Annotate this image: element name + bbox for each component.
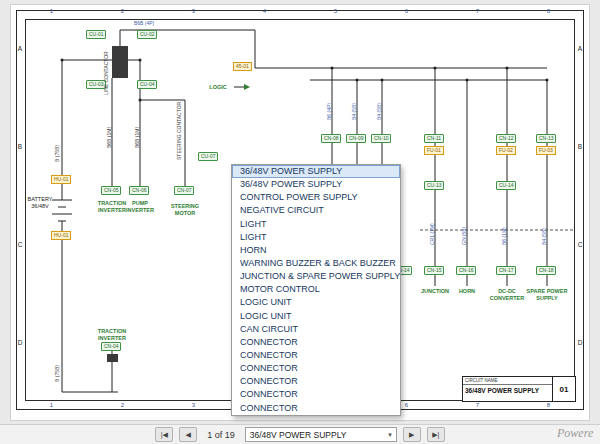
component-name: STEERING MOTOR [171,203,199,216]
component-name: HORN [459,288,475,295]
connector-label: CN-10 [371,134,391,143]
connector-label: CN-11 [424,134,444,143]
connector-label: CU-02 [137,30,157,39]
page-select-value: 36/48V POWER SUPPLY [250,430,347,440]
connector-label: CN-18 [536,266,556,275]
menu-item[interactable]: WARNING BUZZER & BACK BUZZER [232,257,400,270]
menu-item[interactable]: CONNECTOR [232,375,400,388]
grid-row-label: D [18,339,23,346]
connector-label: CN-17 [496,266,516,275]
page-dropdown-menu: 36/48V POWER SUPPLY36/48V POWER SUPPLYCO… [231,164,401,416]
wire-label: B (75B) [54,365,60,382]
grid-col-label: 1 [50,402,53,408]
last-page-button[interactable]: ▶| [427,427,445,442]
component-name: TRACTION INVERTER [98,200,126,213]
wire-label: B (75B) [54,145,60,162]
fuse-label: HU-01 [51,231,71,240]
component-name: SPARE POWER SUPPLY [527,288,568,301]
grid-row-label: A [578,45,582,52]
menu-item[interactable]: LOGIC UNIT [232,310,400,323]
component-name: JUNCTION [421,288,449,295]
grid-row-label: A [18,45,22,52]
component-name: TRACTION INVERTER [98,328,126,341]
menu-item[interactable]: CAN CIRCUIT [232,323,400,336]
menu-item[interactable]: CONNECTOR [232,388,400,401]
wire-label: B6 (4P) [326,103,332,120]
grid-col-label: 4 [263,8,266,14]
menu-item[interactable]: CONNECTOR [232,336,400,349]
grid-col-label: 5 [334,8,337,14]
grid-row-label: D [578,339,583,346]
menu-item[interactable]: CONNECTOR [232,402,400,415]
circuit-name: 36/48V POWER SUPPLY [463,385,552,396]
connector-label: CN-06 [129,186,149,195]
connector-label: CU-07 [198,152,218,161]
grid-row-label: B [18,143,22,150]
page-indicator: 1 of 19 [207,430,235,440]
menu-item[interactable]: CONNECTOR [232,349,400,362]
wire-label: STEERING CONTACTOR [176,102,182,160]
grid-col-label: 2 [121,402,124,408]
menu-item[interactable]: MOTOR CONTROL [232,283,400,296]
grid-col-label: 7 [476,8,479,14]
menu-item[interactable]: CONTROL POWER SUPPLY [232,191,400,204]
connector-label: CU-14 [496,181,516,190]
component-name: LOGIC [209,84,226,91]
component-name: BATTERY 36/48V [28,196,53,209]
connector-label: CN-16 [456,266,476,275]
connector-label: CN-13 [536,134,556,143]
connector-label: CU-04 [137,80,157,89]
chevron-down-icon: ▾ [388,431,392,439]
first-page-button[interactable]: |◀ [155,427,173,442]
connector-label: CN-07 [174,186,194,195]
wire-label: B6B (1M) [106,127,112,148]
grid-row-label: B [578,143,582,150]
prev-page-button[interactable]: ◀ [179,427,197,442]
menu-item[interactable]: LIGHT [232,231,400,244]
menu-item[interactable]: 36/48V POWER SUPPLY [232,165,400,178]
grid-col-label: 6 [405,8,408,14]
wire-label: B6 (1M) [501,227,507,245]
fuse-label: 45-01 [233,62,252,71]
menu-item[interactable]: NEGATIVE CIRCUIT [232,204,400,217]
connector-label: CU-13 [424,181,444,190]
pager-toolbar: |◀ ◀ 1 of 19 36/48V POWER SUPPLY ▾ ▶ ▶| [0,424,600,444]
wire-label: B4 (5B) [376,103,382,120]
grid-col-label: 1 [50,8,53,14]
grid-row-label: C [18,241,23,248]
circuit-name-label: CIRCUIT NAME [463,377,552,385]
wire-label: B4 (5B) [351,103,357,120]
grid-col-label: 8 [547,8,550,14]
fuse-label: FU-01 [424,146,444,155]
menu-item[interactable]: HORN [232,244,400,257]
next-page-button[interactable]: ▶ [403,427,421,442]
connector-label: CN-08 [321,134,341,143]
fuse-label: HU-01 [51,175,71,184]
connector-label: CN-04 [101,342,121,351]
grid-col-label: 2 [121,8,124,14]
connector-label: CN-09 [346,134,366,143]
title-block-main: CIRCUIT NAME 36/48V POWER SUPPLY [463,377,553,401]
menu-item[interactable]: CONNECTOR [232,362,400,375]
wire-label: CR1 (1M) [429,223,435,245]
grid-col-label: 3 [192,402,195,408]
component-name: PUMP INVERTER [126,200,154,213]
wire-label: B6B (4P) [134,20,154,26]
connector-label: CN-05 [101,186,121,195]
wire-label: LINE CONTACTOR [103,51,109,95]
sheet-number: 01 [553,377,575,401]
page-select[interactable]: 36/48V POWER SUPPLY ▾ [245,427,397,442]
watermark-text: Powere [557,426,593,441]
wire-label: B6B (1M) [134,127,140,148]
menu-item[interactable]: 36/48V POWER SUPPLY [232,178,400,191]
menu-item[interactable]: LOGIC UNIT [232,296,400,309]
fuse-label: FU-02 [496,146,516,155]
fuse-label: FU-03 [536,146,556,155]
grid-col-label: 8 [547,402,550,408]
title-block: CIRCUIT NAME 36/48V POWER SUPPLY 01 [462,376,576,402]
grid-col-label: 3 [192,8,195,14]
connector-label: CN-12 [496,134,516,143]
wire-label: B4 (5B) [541,228,547,245]
menu-item[interactable]: LIGHT [232,218,400,231]
menu-item[interactable]: JUNCTION & SPARE POWER SUPPLY [232,270,400,283]
